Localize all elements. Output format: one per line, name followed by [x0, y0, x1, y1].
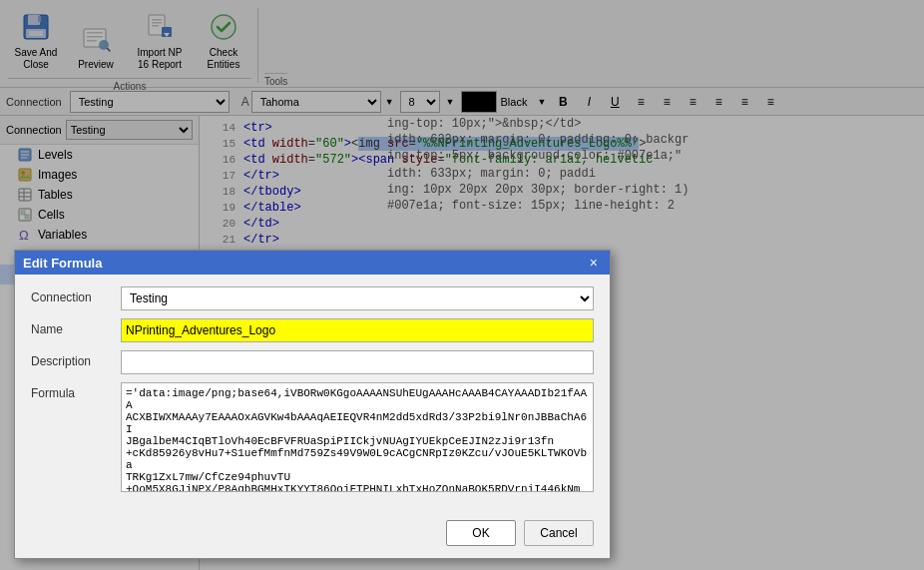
- edit-formula-dialog: Edit Formula × Connection Testing Name D…: [14, 250, 611, 559]
- dialog-overlay: Edit Formula × Connection Testing Name D…: [0, 0, 924, 570]
- connection-field-row: Connection Testing: [31, 286, 594, 310]
- description-field-row: Description: [31, 350, 594, 374]
- connection-field-select[interactable]: Testing: [121, 286, 594, 310]
- name-field-row: Name: [31, 318, 594, 342]
- formula-field-textarea[interactable]: ='data:image/png;base64,iVBORw0KGgoAAAAN…: [121, 382, 594, 492]
- dialog-title-bar: Edit Formula ×: [15, 251, 610, 275]
- formula-field-label: Formula: [31, 382, 121, 400]
- cancel-button[interactable]: Cancel: [524, 520, 594, 546]
- formula-field-row: Formula ='data:image/png;base64,iVBORw0K…: [31, 382, 594, 492]
- dialog-body: Connection Testing Name Description Form…: [15, 275, 610, 512]
- name-field-input[interactable]: [121, 318, 594, 342]
- name-field-label: Name: [31, 318, 121, 336]
- description-field-input[interactable]: [121, 350, 594, 374]
- dialog-title-text: Edit Formula: [23, 256, 102, 271]
- dialog-close-button[interactable]: ×: [586, 255, 602, 271]
- connection-field-label: Connection: [31, 286, 121, 304]
- dialog-buttons: OK Cancel: [15, 512, 610, 558]
- description-field-label: Description: [31, 350, 121, 368]
- ok-button[interactable]: OK: [446, 520, 516, 546]
